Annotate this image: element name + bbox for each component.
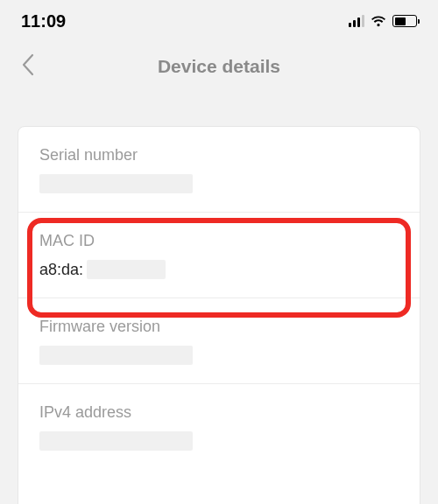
nav-bar: Device details [0, 42, 438, 91]
mac-id-text: a8:da: [39, 261, 83, 279]
page-title: Device details [0, 56, 438, 77]
status-time: 11:09 [21, 11, 66, 32]
wifi-icon [370, 15, 387, 27]
mac-id-label: MAC ID [39, 232, 399, 250]
row-ipv4-address: IPv4 address [18, 384, 420, 504]
serial-number-label: Serial number [39, 146, 399, 164]
device-details-card: Serial number MAC ID a8:da: Firmware ver… [18, 126, 420, 504]
redacted-placeholder [39, 174, 193, 193]
battery-icon [392, 15, 417, 27]
row-firmware-version: Firmware version [18, 298, 420, 384]
ipv4-address-label: IPv4 address [39, 403, 399, 422]
serial-number-value [39, 173, 399, 194]
redacted-placeholder [39, 346, 193, 365]
ipv4-address-value [39, 430, 399, 452]
redacted-placeholder [39, 431, 193, 451]
mac-id-value: a8:da: [39, 259, 399, 280]
back-chevron-icon[interactable] [21, 52, 35, 80]
firmware-version-value [39, 345, 399, 366]
row-mac-id: MAC ID a8:da: [18, 213, 420, 298]
status-icons [349, 15, 417, 27]
firmware-version-label: Firmware version [39, 318, 399, 336]
cellular-signal-icon [349, 15, 364, 27]
status-bar: 11:09 [0, 0, 438, 42]
row-serial-number: Serial number [18, 127, 420, 213]
redacted-placeholder [87, 260, 166, 279]
